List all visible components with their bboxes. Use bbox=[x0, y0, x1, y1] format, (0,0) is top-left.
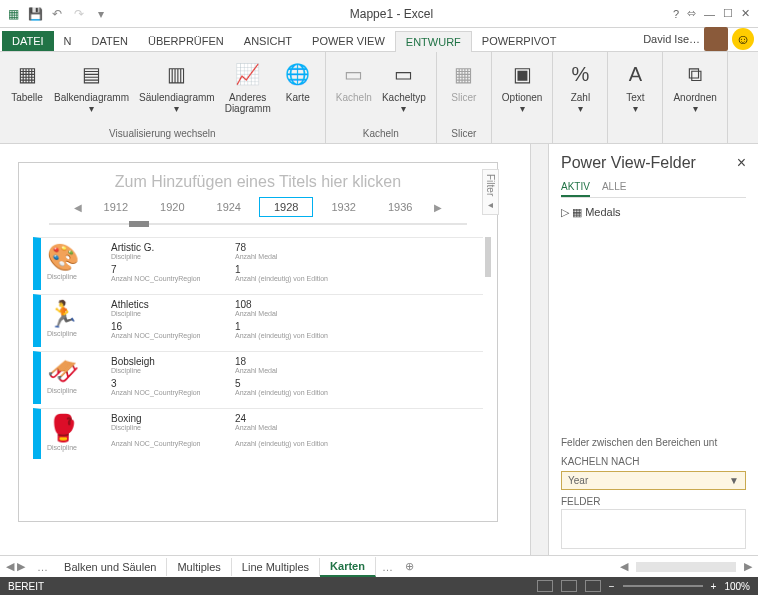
zoom-level[interactable]: 100% bbox=[724, 581, 750, 592]
sheet-nav-more2[interactable]: … bbox=[376, 561, 399, 573]
card-Boxing[interactable]: 🥊Discipline BoxingDiscipline 24Anzahl Me… bbox=[33, 408, 483, 459]
table-icon: ▦ bbox=[11, 58, 43, 90]
slicer-icon: ▦ bbox=[448, 58, 480, 90]
window-title: Mappe1 - Excel bbox=[110, 7, 673, 21]
year-1936[interactable]: 1936 bbox=[374, 198, 426, 216]
cards-container: 🎨Discipline Artistic G.Discipline 78Anza… bbox=[19, 231, 497, 469]
ribbon-toggle-icon[interactable]: ⬄ bbox=[687, 7, 696, 20]
percent-icon: % bbox=[564, 58, 596, 90]
help-icon[interactable]: ? bbox=[673, 8, 679, 20]
tile-type-icon: ▭ bbox=[388, 58, 420, 90]
sheet-tabs: ◀ ▶ … Balken und Säulen Multiples Line M… bbox=[0, 555, 758, 577]
felder-label: FELDER bbox=[561, 496, 746, 507]
card-Athletics[interactable]: 🏃Discipline AthleticsDiscipline 108Anzah… bbox=[33, 294, 483, 347]
new-sheet-icon[interactable]: ⊕ bbox=[399, 560, 420, 573]
sport-icon: 🎨Discipline bbox=[47, 242, 107, 282]
maximize-icon[interactable]: ☐ bbox=[723, 7, 733, 20]
fields-pane: Power View-Felder× AKTIV ALLE ▷ ▦ Medals… bbox=[548, 144, 758, 559]
fields-tab-alle[interactable]: ALLE bbox=[602, 178, 626, 197]
fields-tab-aktiv[interactable]: AKTIV bbox=[561, 178, 590, 197]
status-ready: BEREIT bbox=[8, 581, 44, 592]
card-Bobsleigh[interactable]: 🛷Discipline BobsleighDiscipline 18Anzahl… bbox=[33, 351, 483, 404]
tiles-icon: ▭ bbox=[338, 58, 370, 90]
tab-powerview[interactable]: POWER VIEW bbox=[302, 31, 395, 51]
redo-icon[interactable]: ↷ bbox=[70, 5, 88, 23]
group-tiles: Kacheln bbox=[332, 126, 430, 141]
year-1912[interactable]: 1912 bbox=[90, 198, 142, 216]
tile-type-button[interactable]: ▭Kacheltyp▾ bbox=[378, 56, 430, 126]
feedback-smiley-icon[interactable]: ☺ bbox=[732, 28, 754, 50]
other-chart-button[interactable]: 📈Anderes Diagramm bbox=[221, 56, 275, 126]
powerview-canvas[interactable]: Filter ◂ Zum Hinzufügen eines Titels hie… bbox=[18, 162, 498, 522]
globe-icon: 🌐 bbox=[282, 58, 314, 90]
workspace: Filter ◂ Zum Hinzufügen eines Titels hie… bbox=[0, 144, 758, 559]
zoom-slider[interactable] bbox=[623, 585, 703, 587]
zoom-out-icon[interactable]: − bbox=[609, 581, 615, 592]
sport-icon: 🛷Discipline bbox=[47, 356, 107, 396]
year-prev-icon[interactable]: ◀ bbox=[70, 200, 86, 215]
user-avatar[interactable] bbox=[704, 27, 728, 51]
bar-chart-button[interactable]: ▤Balkendiagramm▾ bbox=[50, 56, 133, 126]
sheet-karten[interactable]: Karten bbox=[320, 557, 376, 577]
kacheln-nach-field[interactable]: Year▼ bbox=[561, 471, 746, 490]
sheet-line-multiples[interactable]: Line Multiples bbox=[232, 558, 320, 576]
year-1932[interactable]: 1932 bbox=[317, 198, 369, 216]
hscroll-track[interactable] bbox=[636, 562, 736, 572]
ribbon: ▦Tabelle ▤Balkendiagramm▾ ▥Säulendiagram… bbox=[0, 52, 758, 144]
ribbon-tabs: DATEI N DATEN ÜBERPRÜFEN ANSICHT POWER V… bbox=[0, 28, 758, 52]
year-next-icon[interactable]: ▶ bbox=[430, 200, 446, 215]
filter-tab[interactable]: Filter ◂ bbox=[482, 169, 499, 215]
options-icon: ▣ bbox=[506, 58, 538, 90]
column-chart-button[interactable]: ▥Säulendiagramm▾ bbox=[135, 56, 219, 126]
close-icon[interactable]: ✕ bbox=[741, 7, 750, 20]
options-button[interactable]: ▣Optionen▾ bbox=[498, 56, 547, 137]
arrange-button[interactable]: ⧉Anordnen▾ bbox=[669, 56, 720, 137]
areas-caption: Felder zwischen den Bereichen unt bbox=[561, 437, 746, 448]
vertical-scrollbar[interactable] bbox=[530, 144, 548, 559]
map-button[interactable]: 🌐Karte bbox=[277, 56, 319, 126]
table-button[interactable]: ▦Tabelle bbox=[6, 56, 48, 126]
hscroll-right[interactable]: ▶ bbox=[738, 560, 758, 573]
sheet-balken[interactable]: Balken und Säulen bbox=[54, 558, 167, 576]
card-Artistic G.[interactable]: 🎨Discipline Artistic G.Discipline 78Anza… bbox=[33, 237, 483, 290]
tab-file[interactable]: DATEI bbox=[2, 31, 54, 51]
view-layout-icon[interactable] bbox=[561, 580, 577, 592]
year-slider[interactable] bbox=[49, 221, 467, 227]
user-name[interactable]: David Ise… bbox=[643, 33, 700, 45]
hscroll-left[interactable]: ◀ bbox=[614, 560, 634, 573]
titlebar: ▦ 💾 ↶ ↷ ▾ Mappe1 - Excel ? ⬄ — ☐ ✕ bbox=[0, 0, 758, 28]
undo-icon[interactable]: ↶ bbox=[48, 5, 66, 23]
fields-title: Power View-Felder bbox=[561, 154, 696, 172]
tab-design[interactable]: ENTWURF bbox=[395, 31, 472, 52]
title-placeholder[interactable]: Zum Hinzufügen eines Titels hier klicken bbox=[19, 163, 497, 197]
view-break-icon[interactable] bbox=[585, 580, 601, 592]
year-tile-nav: ◀ 1912 1920 1924 1928 1932 1936 ▶ bbox=[19, 197, 497, 217]
sheet-nav-more[interactable]: … bbox=[31, 561, 54, 573]
fields-tree[interactable]: ▷ ▦ Medals bbox=[561, 206, 746, 219]
sheet-multiples[interactable]: Multiples bbox=[167, 558, 231, 576]
sheet-nav-prev[interactable]: ◀ ▶ bbox=[0, 560, 31, 573]
save-icon[interactable]: 💾 bbox=[26, 5, 44, 23]
tab-review[interactable]: ÜBERPRÜFEN bbox=[138, 31, 234, 51]
sport-icon: 🏃Discipline bbox=[47, 299, 107, 339]
qat-more-icon[interactable]: ▾ bbox=[92, 5, 110, 23]
group-slicer: Slicer bbox=[443, 126, 485, 141]
close-pane-icon[interactable]: × bbox=[737, 154, 746, 172]
tab-view[interactable]: ANSICHT bbox=[234, 31, 302, 51]
line-chart-icon: 📈 bbox=[232, 58, 264, 90]
year-1920[interactable]: 1920 bbox=[146, 198, 198, 216]
number-button[interactable]: %Zahl▾ bbox=[559, 56, 601, 137]
group-visualization: Visualisierung wechseln bbox=[6, 126, 319, 141]
felder-dropzone[interactable] bbox=[561, 509, 746, 549]
tab-n[interactable]: N bbox=[54, 31, 82, 51]
year-1924[interactable]: 1924 bbox=[203, 198, 255, 216]
arrange-icon: ⧉ bbox=[679, 58, 711, 90]
zoom-in-icon[interactable]: + bbox=[711, 581, 717, 592]
year-1928[interactable]: 1928 bbox=[259, 197, 313, 217]
tab-data[interactable]: DATEN bbox=[82, 31, 138, 51]
view-normal-icon[interactable] bbox=[537, 580, 553, 592]
text-button[interactable]: AText▾ bbox=[614, 56, 656, 137]
tab-powerpivot[interactable]: POWERPIVOT bbox=[472, 31, 567, 51]
dropdown-icon[interactable]: ▼ bbox=[729, 475, 739, 486]
minimize-icon[interactable]: — bbox=[704, 8, 715, 20]
